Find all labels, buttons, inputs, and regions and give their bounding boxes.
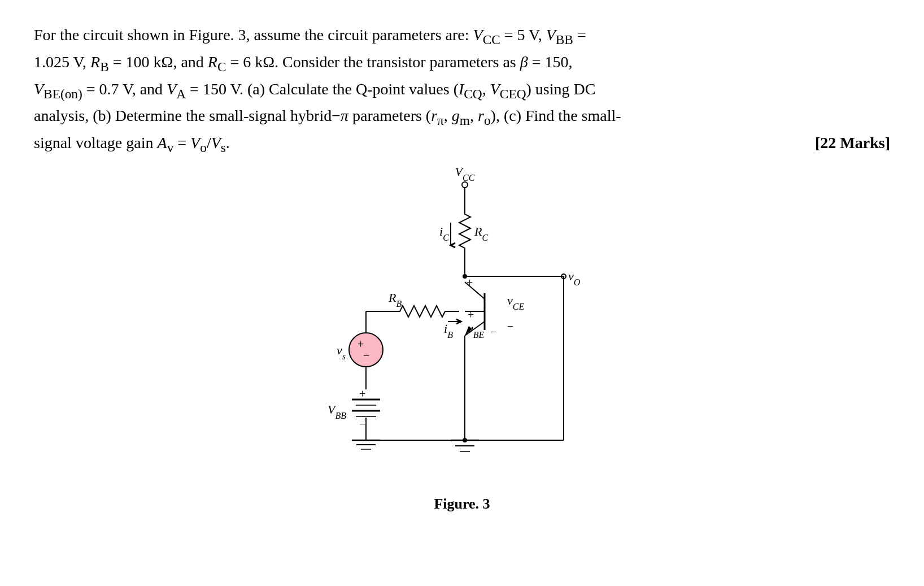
circuit-diagram: VCC RC iC vO + vCE bbox=[264, 163, 660, 491]
svg-text:−: − bbox=[490, 325, 496, 338]
page: For the circuit shown in Figure. 3, assu… bbox=[0, 0, 924, 529]
text-line-1: For the circuit shown in Figure. 3, assu… bbox=[34, 23, 890, 50]
svg-text:vs: vs bbox=[337, 343, 346, 361]
svg-text:−: − bbox=[507, 320, 513, 332]
svg-text:vBE: vBE bbox=[468, 322, 485, 340]
text-line-4: analysis, (b) Determine the small-signal… bbox=[34, 103, 890, 131]
svg-text:+: + bbox=[358, 338, 364, 350]
svg-text:RB: RB bbox=[388, 290, 402, 309]
problem-text: For the circuit shown in Figure. 3, assu… bbox=[34, 23, 890, 158]
svg-text:vO: vO bbox=[568, 269, 581, 287]
text-line-2: 1.025 V, RB = 100 kΩ, and RC = 6 kΩ. Con… bbox=[34, 50, 890, 77]
svg-text:+: + bbox=[468, 309, 474, 321]
text-line-3: VBE(on) = 0.7 V, and VA = 150 V. (a) Cal… bbox=[34, 77, 890, 104]
svg-text:VBB: VBB bbox=[328, 402, 346, 420]
svg-text:+: + bbox=[359, 388, 365, 400]
svg-point-49 bbox=[463, 438, 467, 442]
text-line-5: signal voltage gain Av = Vo/Vs. [22 Mark… bbox=[34, 131, 890, 158]
svg-text:RC: RC bbox=[474, 224, 488, 242]
svg-text:vCE: vCE bbox=[507, 293, 524, 311]
svg-point-1 bbox=[462, 182, 468, 188]
svg-text:VCC: VCC bbox=[455, 164, 475, 183]
svg-text:−: − bbox=[359, 418, 365, 430]
svg-text:iB: iB bbox=[444, 322, 453, 340]
marks-label: [22 Marks] bbox=[815, 131, 890, 155]
svg-point-50 bbox=[463, 274, 467, 279]
circuit-container: VCC RC iC vO + vCE bbox=[34, 163, 890, 491]
svg-text:−: − bbox=[363, 349, 369, 362]
svg-line-14 bbox=[465, 282, 485, 299]
svg-text:iC: iC bbox=[439, 224, 449, 242]
figure-label: Figure. 3 bbox=[34, 496, 890, 513]
